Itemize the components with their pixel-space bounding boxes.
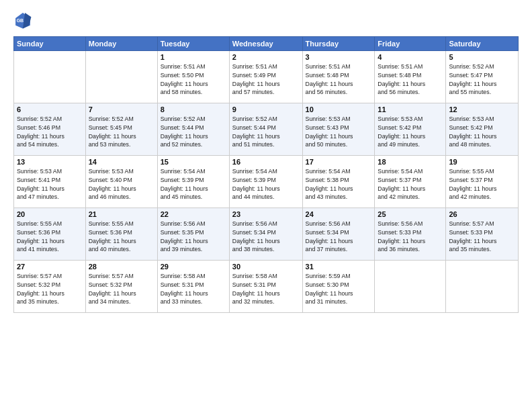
day-detail: Sunrise: 5:53 AM Sunset: 5:40 PM Dayligh… [89,167,154,201]
header: GB [13,11,519,30]
day-number: 7 [89,105,154,113]
day-detail: Sunrise: 5:59 AM Sunset: 5:30 PM Dayligh… [306,272,372,306]
day-number: 29 [161,263,226,271]
day-number: 13 [17,158,83,166]
calendar-cell [375,261,446,313]
day-header-thursday: Thursday [302,37,375,51]
calendar-cell: 9Sunrise: 5:52 AM Sunset: 5:44 PM Daylig… [229,103,302,156]
day-detail: Sunrise: 5:57 AM Sunset: 5:32 PM Dayligh… [89,272,154,306]
calendar-cell: 5Sunrise: 5:52 AM Sunset: 5:47 PM Daylig… [446,51,519,103]
day-detail: Sunrise: 5:58 AM Sunset: 5:31 PM Dayligh… [161,272,226,306]
day-header-friday: Friday [375,37,446,51]
day-header-monday: Monday [85,37,157,51]
day-detail: Sunrise: 5:56 AM Sunset: 5:33 PM Dayligh… [378,220,443,254]
calendar-cell: 23Sunrise: 5:56 AM Sunset: 5:34 PM Dayli… [229,208,302,261]
calendar-cell: 29Sunrise: 5:58 AM Sunset: 5:31 PM Dayli… [157,261,229,313]
calendar-cell: 27Sunrise: 5:57 AM Sunset: 5:32 PM Dayli… [14,261,86,313]
calendar-cell: 4Sunrise: 5:51 AM Sunset: 5:48 PM Daylig… [375,51,446,103]
logo: GB [13,11,34,30]
calendar-cell: 17Sunrise: 5:54 AM Sunset: 5:38 PM Dayli… [302,156,375,208]
day-number: 28 [89,263,154,271]
calendar-cell: 26Sunrise: 5:57 AM Sunset: 5:33 PM Dayli… [446,208,519,261]
day-detail: Sunrise: 5:52 AM Sunset: 5:44 PM Dayligh… [232,115,300,149]
day-number: 27 [17,263,83,271]
day-number: 22 [161,210,226,218]
day-number: 31 [306,263,372,271]
calendar-cell: 6Sunrise: 5:52 AM Sunset: 5:46 PM Daylig… [14,103,86,156]
calendar-cell: 13Sunrise: 5:53 AM Sunset: 5:41 PM Dayli… [14,156,86,208]
day-number: 23 [232,210,300,218]
calendar-week-row: 13Sunrise: 5:53 AM Sunset: 5:41 PM Dayli… [14,156,519,208]
calendar-cell [446,261,519,313]
day-number: 24 [306,210,372,218]
calendar-cell [85,51,157,103]
day-detail: Sunrise: 5:53 AM Sunset: 5:41 PM Dayligh… [17,167,83,201]
day-detail: Sunrise: 5:58 AM Sunset: 5:31 PM Dayligh… [232,272,300,306]
day-number: 18 [378,158,443,166]
calendar-cell: 31Sunrise: 5:59 AM Sunset: 5:30 PM Dayli… [302,261,375,313]
day-detail: Sunrise: 5:52 AM Sunset: 5:47 PM Dayligh… [449,62,515,97]
calendar-header-row: SundayMondayTuesdayWednesdayThursdayFrid… [14,37,519,51]
day-number: 21 [89,210,154,218]
day-number: 3 [306,53,372,61]
day-detail: Sunrise: 5:55 AM Sunset: 5:37 PM Dayligh… [449,167,515,201]
day-detail: Sunrise: 5:54 AM Sunset: 5:39 PM Dayligh… [161,167,226,201]
calendar-cell: 14Sunrise: 5:53 AM Sunset: 5:40 PM Dayli… [85,156,157,208]
day-number: 20 [17,210,83,218]
day-number: 1 [161,53,226,61]
day-detail: Sunrise: 5:56 AM Sunset: 5:34 PM Dayligh… [232,220,300,254]
page: GB SundayMondayTuesdayWednesdayThursdayF… [0,0,532,411]
day-number: 15 [161,158,226,166]
calendar-cell: 12Sunrise: 5:53 AM Sunset: 5:42 PM Dayli… [446,103,519,156]
calendar-cell: 25Sunrise: 5:56 AM Sunset: 5:33 PM Dayli… [375,208,446,261]
calendar-cell: 21Sunrise: 5:55 AM Sunset: 5:36 PM Dayli… [85,208,157,261]
calendar-cell: 30Sunrise: 5:58 AM Sunset: 5:31 PM Dayli… [229,261,302,313]
calendar-cell: 19Sunrise: 5:55 AM Sunset: 5:37 PM Dayli… [446,156,519,208]
calendar-cell: 10Sunrise: 5:53 AM Sunset: 5:43 PM Dayli… [302,103,375,156]
day-detail: Sunrise: 5:56 AM Sunset: 5:34 PM Dayligh… [306,220,372,254]
calendar-cell: 2Sunrise: 5:51 AM Sunset: 5:49 PM Daylig… [229,51,302,103]
calendar-cell: 7Sunrise: 5:52 AM Sunset: 5:45 PM Daylig… [85,103,157,156]
day-number: 9 [232,105,300,113]
day-number: 6 [17,105,83,113]
day-detail: Sunrise: 5:52 AM Sunset: 5:46 PM Dayligh… [17,115,83,149]
day-detail: Sunrise: 5:53 AM Sunset: 5:43 PM Dayligh… [306,115,372,149]
calendar-cell: 28Sunrise: 5:57 AM Sunset: 5:32 PM Dayli… [85,261,157,313]
day-number: 5 [449,53,515,61]
day-detail: Sunrise: 5:54 AM Sunset: 5:37 PM Dayligh… [378,167,443,201]
day-detail: Sunrise: 5:55 AM Sunset: 5:36 PM Dayligh… [89,220,154,254]
calendar-cell: 16Sunrise: 5:54 AM Sunset: 5:39 PM Dayli… [229,156,302,208]
day-detail: Sunrise: 5:57 AM Sunset: 5:33 PM Dayligh… [449,220,515,254]
calendar-cell: 22Sunrise: 5:56 AM Sunset: 5:35 PM Dayli… [157,208,229,261]
day-number: 10 [306,105,372,113]
day-detail: Sunrise: 5:56 AM Sunset: 5:35 PM Dayligh… [161,220,226,254]
calendar-week-row: 20Sunrise: 5:55 AM Sunset: 5:36 PM Dayli… [14,208,519,261]
day-detail: Sunrise: 5:52 AM Sunset: 5:44 PM Dayligh… [161,115,226,149]
calendar-cell: 11Sunrise: 5:53 AM Sunset: 5:42 PM Dayli… [375,103,446,156]
calendar-cell: 18Sunrise: 5:54 AM Sunset: 5:37 PM Dayli… [375,156,446,208]
calendar-week-row: 1Sunrise: 5:51 AM Sunset: 5:50 PM Daylig… [14,51,519,103]
day-header-saturday: Saturday [446,37,519,51]
day-header-wednesday: Wednesday [229,37,302,51]
day-number: 17 [306,158,372,166]
calendar-week-row: 27Sunrise: 5:57 AM Sunset: 5:32 PM Dayli… [14,261,519,313]
day-detail: Sunrise: 5:53 AM Sunset: 5:42 PM Dayligh… [378,115,443,149]
day-detail: Sunrise: 5:57 AM Sunset: 5:32 PM Dayligh… [17,272,83,306]
calendar-cell: 1Sunrise: 5:51 AM Sunset: 5:50 PM Daylig… [157,51,229,103]
calendar-cell: 20Sunrise: 5:55 AM Sunset: 5:36 PM Dayli… [14,208,86,261]
day-number: 14 [89,158,154,166]
day-number: 8 [161,105,226,113]
day-header-tuesday: Tuesday [157,37,229,51]
day-detail: Sunrise: 5:52 AM Sunset: 5:45 PM Dayligh… [89,115,154,149]
calendar-cell: 15Sunrise: 5:54 AM Sunset: 5:39 PM Dayli… [157,156,229,208]
calendar-week-row: 6Sunrise: 5:52 AM Sunset: 5:46 PM Daylig… [14,103,519,156]
day-number: 16 [232,158,300,166]
calendar-cell: 24Sunrise: 5:56 AM Sunset: 5:34 PM Dayli… [302,208,375,261]
calendar-cell [14,51,86,103]
day-number: 12 [449,105,515,113]
day-detail: Sunrise: 5:54 AM Sunset: 5:39 PM Dayligh… [232,167,300,201]
day-detail: Sunrise: 5:51 AM Sunset: 5:49 PM Dayligh… [232,62,300,97]
calendar-cell: 3Sunrise: 5:51 AM Sunset: 5:48 PM Daylig… [302,51,375,103]
day-number: 30 [232,263,300,271]
day-header-sunday: Sunday [14,37,86,51]
